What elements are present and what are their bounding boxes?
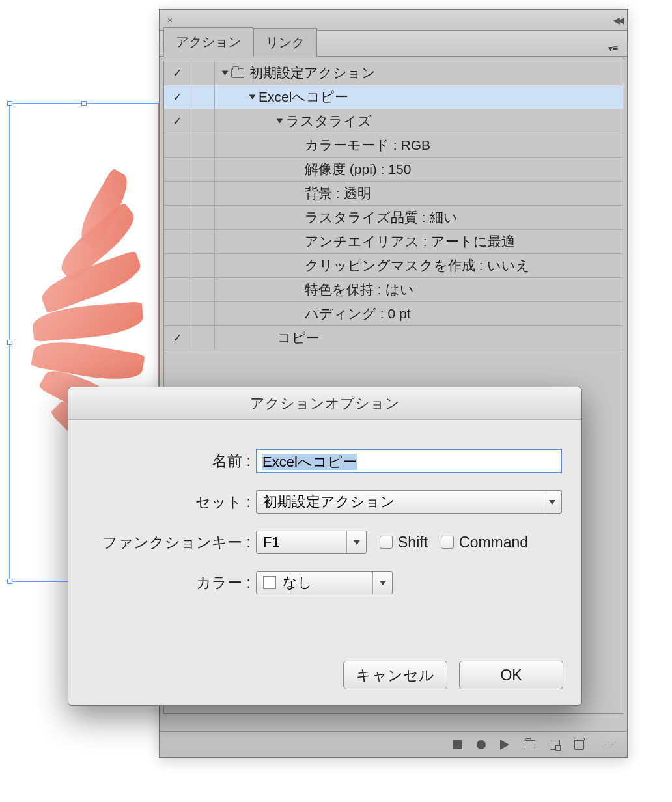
action-row[interactable]: クリッピングマスクを作成 : いいえ xyxy=(164,254,623,278)
dialog-toggle[interactable] xyxy=(191,254,215,277)
action-label: アンチエイリアス : アートに最適 xyxy=(305,232,515,251)
toggle-checkbox[interactable] xyxy=(164,302,191,325)
close-icon[interactable]: × xyxy=(163,14,176,27)
tab-links[interactable]: リンク xyxy=(253,28,317,57)
action-row[interactable]: カラーモード : RGB xyxy=(164,133,623,158)
trash-icon[interactable] xyxy=(574,740,584,750)
dialog-toggle[interactable] xyxy=(191,182,215,205)
chevron-down-icon xyxy=(346,531,366,553)
toggle-checkbox[interactable] xyxy=(164,133,191,157)
action-row[interactable]: ✓初期設定アクション xyxy=(164,61,623,85)
toggle-checkbox[interactable] xyxy=(164,230,191,253)
disclosure-triangle-icon[interactable] xyxy=(249,95,256,100)
action-row[interactable]: 背景 : 透明 xyxy=(164,182,623,206)
dialog-toggle[interactable] xyxy=(191,85,215,109)
record-icon[interactable] xyxy=(477,740,486,749)
dialog-toggle[interactable] xyxy=(191,109,215,133)
action-label: Excelへコピー xyxy=(259,88,348,106)
action-label: ラスタライズ xyxy=(286,112,372,130)
new-set-icon[interactable] xyxy=(524,740,535,749)
new-action-icon[interactable] xyxy=(550,740,560,750)
dialog-toggle[interactable] xyxy=(191,158,215,181)
toggle-checkbox[interactable] xyxy=(164,182,191,205)
dialog-toggle[interactable] xyxy=(191,206,215,229)
action-row[interactable]: 解像度 (ppi) : 150 xyxy=(164,158,623,182)
toggle-checkbox[interactable]: ✓ xyxy=(164,61,191,85)
action-label: カラーモード : RGB xyxy=(305,136,430,154)
dialog-toggle[interactable] xyxy=(191,278,215,301)
action-label: パディング : 0 pt xyxy=(305,305,411,323)
disclosure-triangle-icon[interactable] xyxy=(277,119,283,124)
panel-tabs: アクション リンク ▾≡ xyxy=(160,31,627,57)
disclosure-triangle-icon[interactable] xyxy=(222,71,229,76)
toggle-checkbox[interactable] xyxy=(164,278,191,301)
fkey-select[interactable]: F1 xyxy=(256,531,367,554)
action-label: 背景 : 透明 xyxy=(305,184,371,202)
action-row[interactable]: ラスタライズ品質 : 細い xyxy=(164,206,623,230)
toggle-checkbox[interactable]: ✓ xyxy=(164,85,191,109)
shift-checkbox[interactable] xyxy=(380,536,393,549)
action-label: 特色を保持 : はい xyxy=(305,281,414,299)
action-row[interactable]: ✓ラスタライズ xyxy=(164,109,623,133)
set-label: セット : xyxy=(88,492,256,512)
resize-grip-icon[interactable]: ⋰⋰ xyxy=(602,743,617,746)
action-row[interactable]: アンチエイリアス : アートに最適 xyxy=(164,230,623,254)
toggle-checkbox[interactable]: ✓ xyxy=(164,326,191,350)
set-select[interactable]: 初期設定アクション xyxy=(256,490,562,514)
dialog-toggle[interactable] xyxy=(191,302,215,325)
shift-label: Shift xyxy=(398,534,428,551)
action-label: 初期設定アクション xyxy=(249,64,376,82)
tab-actions[interactable]: アクション xyxy=(163,27,253,57)
action-label: ラスタライズ品質 : 細い xyxy=(305,208,458,227)
action-label: クリッピングマスクを作成 : いいえ xyxy=(305,256,530,275)
color-swatch xyxy=(263,576,276,589)
panel-footer: ⋰⋰ xyxy=(160,731,627,757)
toggle-checkbox[interactable]: ✓ xyxy=(164,109,191,133)
dialog-title: アクションオプション xyxy=(68,387,581,420)
cancel-button[interactable]: キャンセル xyxy=(343,661,447,689)
chevron-down-icon xyxy=(372,572,392,594)
action-row[interactable]: ✓Excelへコピー xyxy=(164,85,623,109)
action-row[interactable]: ✓コピー xyxy=(164,326,623,350)
dialog-toggle[interactable] xyxy=(191,230,215,253)
command-checkbox[interactable] xyxy=(441,536,454,549)
action-row[interactable]: 特色を保持 : はい xyxy=(164,278,623,302)
action-label: 解像度 (ppi) : 150 xyxy=(305,160,411,178)
ok-button[interactable]: OK xyxy=(459,661,563,689)
fkey-label: ファンクションキー : xyxy=(88,532,256,553)
play-icon[interactable] xyxy=(500,740,509,750)
chevron-down-icon xyxy=(542,491,561,513)
dialog-toggle[interactable] xyxy=(191,133,215,157)
dialog-toggle[interactable] xyxy=(191,61,215,85)
color-select[interactable]: なし xyxy=(256,571,393,594)
stop-icon[interactable] xyxy=(453,740,462,749)
command-label: Command xyxy=(459,534,528,551)
folder-icon xyxy=(231,68,244,78)
toggle-checkbox[interactable] xyxy=(164,158,191,181)
action-row[interactable]: パディング : 0 pt xyxy=(164,302,623,326)
panel-menu-icon[interactable]: ▾≡ xyxy=(608,43,623,56)
dialog-toggle[interactable] xyxy=(191,326,215,350)
name-input[interactable]: Excelへコピー xyxy=(256,449,562,473)
color-label: カラー : xyxy=(88,573,256,593)
toggle-checkbox[interactable] xyxy=(164,254,191,277)
name-label: 名前 : xyxy=(88,451,256,471)
collapse-icon[interactable]: ◀◀ xyxy=(613,15,622,25)
action-label: コピー xyxy=(277,329,320,347)
action-options-dialog: アクションオプション 名前 : Excelへコピー セット : 初期設定アクショ… xyxy=(68,387,582,706)
toggle-checkbox[interactable] xyxy=(164,206,191,229)
